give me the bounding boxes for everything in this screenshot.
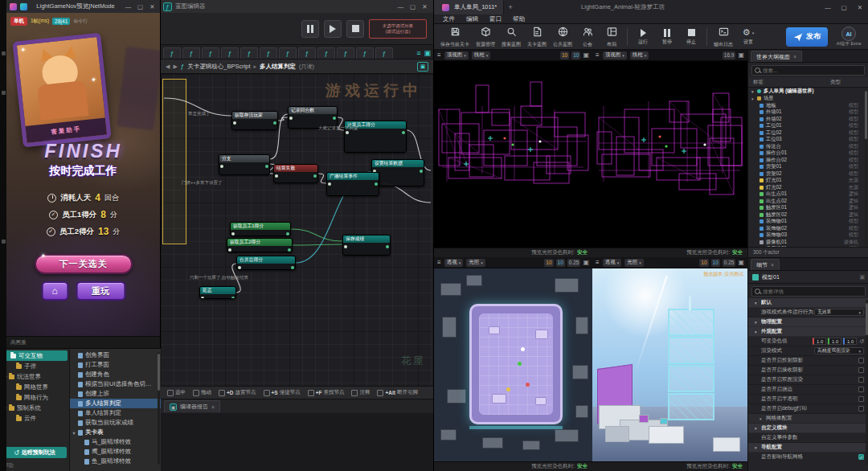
- script-tab[interactable]: ƒ: [240, 47, 258, 59]
- view-mode-dropdown[interactable]: 透视▾: [603, 259, 622, 267]
- checkbox[interactable]: [858, 406, 864, 412]
- checkbox[interactable]: ✓: [858, 454, 864, 460]
- close-button[interactable]: ✕: [419, 1, 431, 12]
- actor-row[interactable]: 出生点02 逻辑: [748, 198, 868, 205]
- maximize-button[interactable]: ▢: [134, 1, 146, 12]
- expand-arrow-icon[interactable]: ▾: [755, 301, 761, 305]
- toolbar-button[interactable]: 搜索蓝图: [498, 25, 524, 49]
- play-control-button[interactable]: 运行: [631, 25, 655, 49]
- tree-item[interactable]: 子弹: [0, 361, 69, 371]
- toolbar-button[interactable]: 保存当前关卡: [437, 25, 473, 49]
- maximize-button[interactable]: ▢: [407, 1, 419, 12]
- viewport-top-left[interactable]: ≡ 顶视图▾ 线框▾ 10 10 ▣ 预览光照染色耗时: 安全: [434, 50, 592, 257]
- checkbox[interactable]: [858, 396, 864, 402]
- viewport-bottom-right[interactable]: ≡ 透视▾ 光照▾ 10 10 0.25 ▣: [592, 257, 747, 471]
- property-row[interactable]: ▾ 可变染色值 1.01.01.0↺: [748, 337, 868, 346]
- expand-arrow-icon[interactable]: ▾: [755, 320, 761, 325]
- maximize-viewport-icon[interactable]: ▣: [738, 51, 744, 59]
- wireframe-view[interactable]: [434, 61, 592, 248]
- checkbox[interactable]: [858, 358, 864, 363]
- actor-row[interactable]: 灯光02 光源: [748, 184, 868, 191]
- wireframe-view[interactable]: [592, 61, 747, 248]
- column-label[interactable]: 标签: [753, 79, 764, 86]
- back-icon[interactable]: ◀: [166, 63, 170, 70]
- blueprint-node[interactable]: 广播结算事件: [326, 172, 379, 196]
- script-item[interactable]: 创建上班: [70, 389, 161, 399]
- viewport-menu-icon[interactable]: ≡: [596, 259, 600, 266]
- scale-snap-value[interactable]: 0.25: [723, 259, 736, 267]
- aspect-ratio-value[interactable]: 16.9: [723, 51, 736, 59]
- prefab-gameplay-button[interactable]: ↺ 远程预制玩法: [2, 447, 67, 458]
- actor-row[interactable]: 出生点01 逻辑: [748, 191, 868, 199]
- replay-button[interactable]: 重玩: [76, 281, 125, 301]
- viewport-menu-icon[interactable]: ≡: [596, 51, 600, 59]
- actor-row[interactable]: 操作台02 模型: [748, 157, 868, 164]
- tree-item[interactable]: 网格世界: [0, 382, 69, 392]
- close-button[interactable]: ✕: [852, 0, 868, 14]
- property-row[interactable]: ▾ 渲染模式 高精度双面渲染▾: [748, 346, 868, 356]
- script-item[interactable]: 鱼_眼睛球特效: [70, 457, 161, 466]
- minimize-button[interactable]: —: [395, 1, 407, 12]
- script-tab[interactable]: ƒ: [202, 47, 219, 59]
- actor-row[interactable]: 工位02 模型: [748, 129, 868, 137]
- script-tab[interactable]: ƒ: [260, 47, 277, 59]
- property-row[interactable]: ▾ 导航配置: [748, 443, 868, 453]
- rotation-snap-value[interactable]: 10: [556, 259, 565, 267]
- play-button[interactable]: [324, 20, 342, 38]
- viewport-menu-icon[interactable]: ≡: [437, 259, 441, 266]
- script-tab[interactable]: ƒ: [356, 47, 374, 59]
- blueprint-node[interactable]: 获取员工2得分: [227, 238, 293, 252]
- script-tab[interactable]: ƒ: [337, 47, 354, 59]
- property-row[interactable]: ▾ 外观配置: [748, 327, 868, 337]
- ai-assistant-button[interactable]: AI AI助手 Extra: [833, 27, 865, 47]
- lock-icon[interactable]: ▣: [859, 274, 865, 281]
- maximize-viewport-icon[interactable]: ▣: [583, 51, 589, 59]
- preview-titlebar[interactable]: LightGameNov预览|NetMode — ▢ ✕: [6, 0, 160, 13]
- vector-value[interactable]: 1.0: [828, 338, 841, 345]
- actor-row[interactable]: 传送台 模型: [748, 143, 868, 150]
- new-tab-button[interactable]: +: [504, 3, 517, 11]
- dock-icon[interactable]: [2, 91, 6, 95]
- vector-value[interactable]: 1.0: [843, 338, 857, 345]
- script-item[interactable]: 创建角色: [70, 370, 161, 379]
- script-item[interactable]: 多人结算判定: [70, 399, 161, 408]
- property-row[interactable]: ▾ 物理配置: [748, 317, 868, 327]
- rotation-snap-value[interactable]: 10: [571, 51, 580, 59]
- column-type[interactable]: 类型: [830, 79, 841, 86]
- reset-icon[interactable]: ↺: [859, 338, 864, 345]
- breadcrumb-root[interactable]: 关卡逻辑核心_BPScript: [187, 63, 250, 71]
- script-item[interactable]: 创角界面: [70, 350, 161, 360]
- breadcrumb-current[interactable]: 多人结算判定: [260, 63, 296, 71]
- script-tab[interactable]: ƒ: [279, 47, 297, 59]
- toolbar-button[interactable]: 输出日志: [710, 25, 736, 49]
- tree-item[interactable]: ▾ 玩法世界: [0, 371, 69, 382]
- close-icon[interactable]: ×: [771, 262, 774, 268]
- blueprint-graph-canvas[interactable]: 游戏运行中 花屋 获取存活玩家 记录回合数 计算员工得分 设置结算数据 分支 结…: [161, 74, 433, 386]
- actor-row[interactable]: 装饰物03 模型: [748, 232, 868, 240]
- viewport-top-right[interactable]: ≡ 顶视图▾ 线框▾ 16.9 ▣ 预览光照染色耗时: 安全: [592, 50, 747, 257]
- vector-value[interactable]: 1.0: [813, 338, 826, 345]
- script-tab[interactable]: ƒ: [375, 47, 393, 59]
- script-item[interactable]: 单人结算判定: [70, 408, 161, 418]
- debug-target-dropdown[interactable]: 未选中调试对象 (调试运行器): [369, 19, 427, 39]
- scrollbar[interactable]: [865, 89, 867, 245]
- next-level-button[interactable]: ✦ 下一关选关: [35, 254, 133, 274]
- render-mode-dropdown[interactable]: 线框▾: [472, 51, 491, 59]
- script-item[interactable]: ▾ 关卡表: [70, 428, 161, 437]
- script-item[interactable]: 鹰_眼睛球特效: [70, 447, 161, 457]
- maximize-viewport-icon[interactable]: ▣: [583, 259, 589, 266]
- toolbar-button[interactable]: 布局: [600, 25, 624, 49]
- actor-row[interactable]: 地板 模型: [748, 102, 868, 109]
- details-search[interactable]: [751, 286, 866, 297]
- actor-row[interactable]: 外墙01 模型: [748, 109, 868, 117]
- tree-item[interactable]: 云件: [0, 413, 69, 424]
- script-item[interactable]: 打工界面: [70, 360, 161, 370]
- close-icon[interactable]: ×: [211, 404, 215, 410]
- actor-row[interactable]: 工位03 模型: [748, 137, 868, 144]
- home-button[interactable]: ⌂: [41, 281, 68, 301]
- expand-arrow-icon[interactable]: ▾: [755, 426, 761, 431]
- minimize-button[interactable]: —: [122, 1, 134, 12]
- menu-item[interactable]: 帮助: [507, 15, 530, 23]
- script-item[interactable]: 获取当前玩家成绩: [70, 418, 161, 428]
- property-row[interactable]: ▾ 是否开启debug打印: [748, 404, 868, 414]
